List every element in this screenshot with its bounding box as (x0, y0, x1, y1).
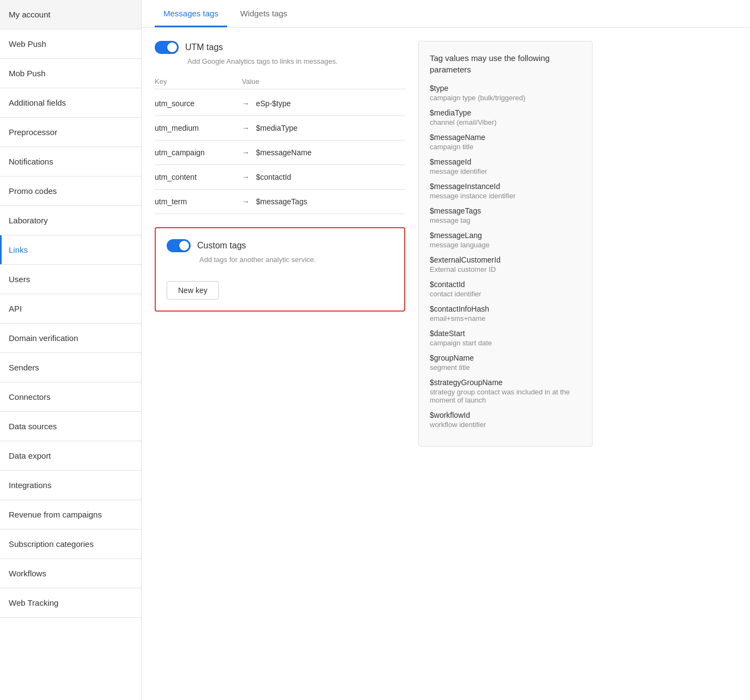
utm-key: utm_campaign (155, 148, 242, 157)
sidebar-item-additional-fields[interactable]: Additional fields (0, 88, 141, 118)
utm-value: $messageTags (256, 197, 307, 206)
sidebar-item-preprocessor[interactable]: Preprocessor (0, 118, 141, 147)
utm-row-utm_content: utm_content → $contactId (155, 165, 405, 190)
param-desc: message identifier (430, 167, 581, 175)
param-name: $type (430, 84, 581, 93)
utm-row-utm_campaign: utm_campaign → $messageName (155, 141, 405, 165)
sidebar-item-connectors[interactable]: Connectors (0, 382, 141, 412)
param-name: $messageInstanceId (430, 182, 581, 191)
param-desc: channel (email/Viber) (430, 118, 581, 126)
utm-toggle-thumb (167, 42, 177, 52)
param-item-messageTags: $messageTags message tag (430, 206, 581, 224)
sidebar-item-users[interactable]: Users (0, 265, 141, 294)
utm-rows: utm_source → eSp-$type utm_medium → $med… (155, 92, 405, 214)
sidebar-item-integrations[interactable]: Integrations (0, 471, 141, 500)
param-name: $groupName (430, 354, 581, 362)
param-desc: workflow identifier (430, 421, 581, 429)
sidebar-item-mob-push[interactable]: Mob Push (0, 59, 141, 88)
param-name: $messageLang (430, 231, 581, 240)
param-name: $externalCustomerId (430, 255, 581, 264)
param-desc: segment title (430, 363, 581, 372)
param-item-contactId: $contactId contact identifier (430, 280, 581, 298)
utm-description: Add Google Analytics tags to links in me… (187, 57, 405, 65)
param-item-messageId: $messageId message identifier (430, 157, 581, 175)
param-item-workflowId: $workflowId workflow identifier (430, 411, 581, 429)
right-panel: Tag values may use the following paramet… (418, 41, 593, 447)
utm-arrow-icon: → (242, 173, 249, 181)
param-item-contactInfoHash: $contactInfoHash email+sms+name (430, 305, 581, 322)
custom-toggle-track (167, 239, 191, 252)
param-desc: campaign type (bulk/triggered) (430, 94, 581, 102)
param-item-messageName: $messageName campaign title (430, 133, 581, 151)
tab-messages-tags[interactable]: Messages tags (155, 0, 227, 27)
params-list: $type campaign type (bulk/triggered) $me… (430, 84, 581, 429)
custom-title: Custom tags (197, 241, 246, 251)
sidebar-item-web-tracking[interactable]: Web Tracking (0, 588, 141, 618)
right-panel-title: Tag values may use the following paramet… (430, 52, 581, 75)
param-item-externalCustomerId: $externalCustomerId External customer ID (430, 255, 581, 273)
param-name: $mediaType (430, 108, 581, 117)
utm-header: UTM tags (155, 41, 405, 54)
sidebar-item-promo-codes[interactable]: Promo codes (0, 176, 141, 206)
param-desc: campaign title (430, 143, 581, 151)
utm-title: UTM tags (185, 42, 223, 52)
utm-toggle-track (155, 41, 179, 54)
tab-widgets-tags[interactable]: Widgets tags (231, 0, 296, 27)
utm-tags-section: UTM tags Add Google Analytics tags to li… (155, 41, 405, 214)
utm-arrow-icon: → (242, 124, 249, 132)
custom-header: Custom tags (167, 239, 393, 252)
utm-key: utm_source (155, 99, 242, 108)
utm-key: utm_term (155, 197, 242, 206)
param-desc: message tag (430, 216, 581, 224)
utm-row-utm_medium: utm_medium → $mediaType (155, 116, 405, 141)
sidebar-item-senders[interactable]: Senders (0, 353, 141, 382)
sidebar-item-data-export[interactable]: Data export (0, 441, 141, 471)
sidebar-item-revenue-from-campaigns[interactable]: Revenue from campaigns (0, 500, 141, 529)
new-key-button[interactable]: New key (167, 281, 219, 300)
custom-toggle-thumb (179, 241, 189, 251)
param-name: $messageId (430, 157, 581, 166)
utm-arrow-icon: → (242, 99, 249, 108)
param-name: $contactId (430, 280, 581, 289)
col-value-header: Value (242, 77, 259, 86)
content-area: UTM tags Add Google Analytics tags to li… (142, 28, 750, 700)
sidebar-item-my-account[interactable]: My account (0, 0, 141, 29)
sidebar-item-data-sources[interactable]: Data sources (0, 412, 141, 441)
sidebar-item-web-push[interactable]: Web Push (0, 29, 141, 59)
param-item-mediaType: $mediaType channel (email/Viber) (430, 108, 581, 126)
param-desc: External customer ID (430, 265, 581, 273)
utm-key: utm_medium (155, 124, 242, 132)
param-desc: email+sms+name (430, 314, 581, 322)
col-key-header: Key (155, 77, 242, 86)
left-panel: UTM tags Add Google Analytics tags to li… (155, 41, 405, 687)
sidebar-item-domain-verification[interactable]: Domain verification (0, 324, 141, 353)
utm-toggle[interactable] (155, 41, 179, 54)
utm-value: $contactId (256, 173, 291, 181)
param-name: $strategyGroupName (430, 378, 581, 387)
param-name: $workflowId (430, 411, 581, 419)
param-desc: strategy group contact was included in a… (430, 388, 581, 404)
param-desc: message instance identifier (430, 192, 581, 200)
custom-tags-section: Custom tags Add tags for another analyti… (155, 227, 405, 312)
utm-value: $mediaType (256, 124, 297, 132)
custom-description: Add tags for another analytic service. (199, 255, 393, 264)
param-name: $messageTags (430, 206, 581, 215)
utm-value: eSp-$type (256, 99, 291, 108)
param-name: $messageName (430, 133, 581, 142)
sidebar-item-links[interactable]: Links (0, 235, 141, 265)
utm-table: Key Value utm_source → eSp-$type utm_med… (155, 74, 405, 214)
sidebar-item-subscription-categories[interactable]: Subscription categories (0, 529, 141, 559)
sidebar-item-workflows[interactable]: Workflows (0, 559, 141, 588)
param-name: $dateStart (430, 329, 581, 338)
sidebar-item-api[interactable]: API (0, 294, 141, 324)
utm-row-utm_term: utm_term → $messageTags (155, 190, 405, 214)
param-item-messageLang: $messageLang message language (430, 231, 581, 249)
sidebar-item-notifications[interactable]: Notifications (0, 147, 141, 176)
utm-row-utm_source: utm_source → eSp-$type (155, 92, 405, 116)
sidebar-item-laboratory[interactable]: Laboratory (0, 206, 141, 235)
param-item-groupName: $groupName segment title (430, 354, 581, 372)
custom-toggle[interactable] (167, 239, 191, 252)
utm-arrow-icon: → (242, 197, 249, 206)
param-item-strategyGroupName: $strategyGroupName strategy group contac… (430, 378, 581, 404)
param-desc: contact identifier (430, 290, 581, 298)
